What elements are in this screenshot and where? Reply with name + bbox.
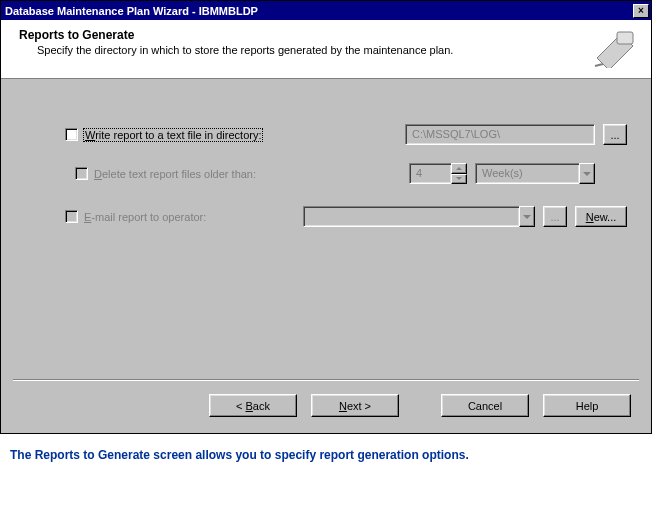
window-title: Database Maintenance Plan Wizard - IBMMB…	[5, 5, 258, 17]
titlebar: Database Maintenance Plan Wizard - IBMMB…	[1, 1, 651, 20]
write-report-checkbox[interactable]	[65, 128, 78, 141]
chevron-down-icon	[519, 206, 535, 227]
wizard-icon	[591, 28, 639, 68]
svg-line-2	[595, 64, 603, 66]
back-button[interactable]: < Back	[209, 394, 297, 417]
help-button[interactable]: Help	[543, 394, 631, 417]
page-title: Reports to Generate	[19, 28, 583, 42]
report-directory-input[interactable]: C:\MSSQL7\LOG\	[405, 124, 595, 145]
write-report-label[interactable]: Write report to a text file in directory…	[83, 128, 263, 142]
delete-older-unit-select: Week(s)	[475, 163, 595, 184]
wizard-content: Write report to a text file in directory…	[1, 78, 651, 433]
browse-directory-button[interactable]: ...	[603, 124, 627, 145]
delete-older-checkbox	[75, 167, 88, 180]
browse-operator-button: ...	[543, 206, 567, 227]
stepper-up-icon	[451, 163, 467, 174]
email-report-label: E-mail report to operator:	[84, 211, 206, 223]
delete-older-value-stepper: 4	[409, 163, 467, 184]
close-icon[interactable]: ×	[633, 4, 649, 18]
wizard-header: Reports to Generate Specify the director…	[1, 20, 651, 78]
svg-rect-1	[617, 32, 633, 44]
email-report-checkbox	[65, 210, 78, 223]
new-operator-button[interactable]: New...	[575, 206, 627, 227]
wizard-window: Database Maintenance Plan Wizard - IBMMB…	[0, 0, 652, 434]
cancel-button[interactable]: Cancel	[441, 394, 529, 417]
chevron-down-icon	[579, 163, 595, 184]
operator-select	[303, 206, 535, 227]
divider	[13, 379, 639, 381]
page-subtitle: Specify the directory in which to store …	[19, 44, 583, 56]
next-button[interactable]: Next >	[311, 394, 399, 417]
figure-caption: The Reports to Generate screen allows yo…	[0, 434, 662, 468]
delete-older-label: Delete text report files older than:	[94, 168, 256, 180]
stepper-down-icon	[451, 174, 467, 185]
wizard-buttons: < Back Next > Cancel Help	[209, 394, 631, 417]
